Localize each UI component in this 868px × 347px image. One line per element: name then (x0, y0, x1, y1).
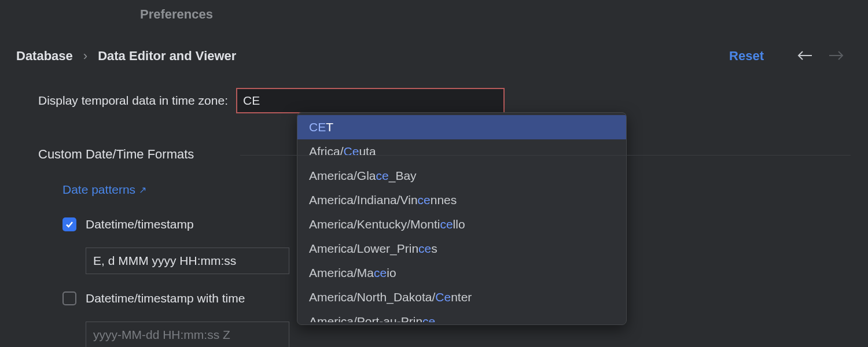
timezone-suggestion[interactable]: America/Glace_Bay (297, 164, 626, 188)
timezone-input-wrap[interactable] (236, 88, 505, 113)
timezone-suggestion[interactable]: America/Lower_Princes (297, 237, 626, 261)
timezone-input[interactable] (243, 94, 498, 108)
datetime-tz-checkbox[interactable] (62, 291, 76, 305)
timezone-suggestions: CETAfrica/CeutaAmerica/Glace_BayAmerica/… (297, 112, 627, 325)
external-link-icon: ↗ (139, 184, 146, 195)
date-patterns-link-text: Date patterns (62, 183, 135, 197)
timezone-suggestion[interactable]: America/Maceio (297, 261, 626, 285)
timezone-suggestion[interactable]: CET (297, 115, 626, 139)
datetime-tz-format-value: yyyy-MM-dd HH:mm:ss Z (93, 328, 230, 342)
page-title: Preferences (140, 7, 213, 22)
breadcrumb-leaf: Data Editor and Viewer (98, 49, 236, 64)
nav-forward-button (829, 50, 844, 61)
timezone-suggestion[interactable]: Africa/Ceuta (297, 139, 626, 164)
datetime-tz-label: Datetime/timestamp with time (86, 291, 245, 305)
datetime-label: Datetime/timestamp (86, 217, 194, 231)
datetime-tz-format-input[interactable]: yyyy-MM-dd HH:mm:ss Z (86, 322, 289, 347)
breadcrumb-root[interactable]: Database (16, 49, 73, 64)
timezone-suggestion[interactable]: America/Port-au-Prince (297, 309, 626, 322)
timezone-suggestion[interactable]: America/Indiana/Vincennes (297, 188, 626, 212)
breadcrumb: Database › Data Editor and Viewer (16, 49, 236, 64)
datetime-format-input[interactable]: E, d MMM yyyy HH:mm:ss (86, 248, 289, 274)
reset-button[interactable]: Reset (729, 49, 764, 64)
timezone-suggestion[interactable]: America/Kentucky/Monticello (297, 212, 626, 237)
section-divider (240, 155, 851, 156)
nav-back-button[interactable] (797, 50, 812, 61)
datetime-format-value: E, d MMM yyyy HH:mm:ss (93, 254, 236, 268)
breadcrumb-separator: › (83, 49, 87, 64)
timezone-label: Display temporal data in time zone: (38, 94, 228, 108)
custom-formats-title: Custom Date/Time Formats (38, 147, 194, 162)
timezone-suggestion[interactable]: America/North_Dakota/Center (297, 285, 626, 309)
datetime-checkbox[interactable] (62, 217, 76, 231)
date-patterns-link[interactable]: Date patterns ↗ (62, 183, 146, 197)
